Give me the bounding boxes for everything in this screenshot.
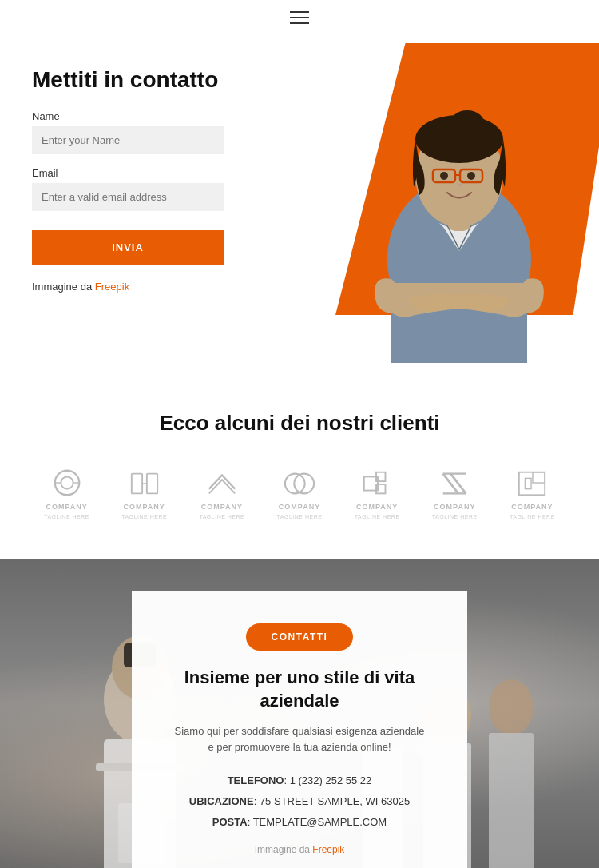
contatti-button[interactable]: CONTATTI [246, 623, 354, 651]
logo-icon-1 [48, 468, 86, 500]
email-label: POSTA [212, 816, 248, 828]
location-line: UBICAZIONE: 75 STREET SAMPLE, WI 63025 [172, 791, 427, 812]
woman-illustration [311, 35, 599, 363]
logo-text-4: COMPANY [279, 503, 320, 511]
logo-text-5: COMPANY [356, 503, 398, 511]
email-line: POSTA: TEMPLATE@SAMPLE.COM [172, 812, 427, 833]
name-input[interactable] [32, 126, 224, 154]
logo-text-2: COMPANY [124, 503, 165, 511]
logo-sub-4: TAGLINE HERE [277, 514, 323, 520]
svg-point-11 [61, 476, 73, 488]
svg-rect-26 [519, 472, 545, 496]
logo-text-3: COMPANY [201, 503, 243, 511]
clients-section: Ecco alcuni dei nostri clienti COMPANY T… [0, 371, 599, 559]
email-value: TEMPLATE@SAMPLE.COM [253, 816, 387, 828]
client-logo-1: COMPANY TAGLINE HERE [44, 468, 89, 520]
svg-line-23 [451, 474, 466, 494]
client-logo-3: COMPANY TAGLINE HERE [199, 468, 244, 520]
hero-image-area [280, 35, 599, 371]
client-logo-2: COMPANY TAGLINE HERE [121, 468, 167, 520]
clients-logos-container: COMPANY TAGLINE HERE COMPANY TAGLINE HER… [32, 468, 567, 520]
logo-text-6: COMPANY [434, 503, 475, 511]
phone-value: 1 (232) 252 55 22 [290, 774, 372, 786]
svg-point-36 [489, 679, 534, 735]
client-logo-6: COMPANY TAGLINE HERE [432, 468, 478, 520]
logo-icon-4 [280, 468, 319, 500]
header [0, 0, 599, 35]
logo-text-7: COMPANY [511, 503, 553, 511]
contact-info: TELEFONO: 1 (232) 252 55 22 UBICAZIONE: … [172, 770, 427, 833]
client-logo-7: COMPANY TAGLINE HERE [510, 468, 555, 520]
menu-icon[interactable] [290, 11, 309, 24]
svg-rect-28 [533, 472, 545, 483]
logo-text-1: COMPANY [46, 503, 87, 511]
freepik-link[interactable]: Freepik [95, 281, 129, 293]
logo-sub-3: TAGLINE HERE [199, 514, 244, 520]
logo-icon-2 [125, 468, 164, 500]
client-logo-5: COMPANY TAGLINE HERE [355, 468, 400, 520]
svg-rect-14 [132, 474, 142, 494]
svg-rect-15 [147, 474, 157, 494]
cta-image-credit: Immagine da Freepik [172, 844, 427, 855]
logo-icon-7 [513, 468, 551, 500]
logo-sub-2: TAGLINE HERE [121, 514, 167, 520]
email-input[interactable] [32, 183, 224, 211]
svg-point-4 [450, 110, 485, 139]
cta-section: CONTATTI Insieme per uno stile di vita a… [0, 559, 599, 868]
cta-freepik-link[interactable]: Freepik [312, 844, 344, 855]
cta-description: Siamo qui per soddisfare qualsiasi esige… [172, 723, 427, 755]
phone-label: TELEFONO [228, 774, 284, 786]
logo-sub-7: TAGLINE HERE [510, 514, 555, 520]
svg-rect-27 [526, 478, 532, 488]
logo-icon-6 [435, 468, 474, 500]
logo-icon-3 [203, 468, 241, 500]
cta-title: Insieme per uno stile di vita aziendale [172, 667, 427, 712]
logo-sub-1: TAGLINE HERE [44, 514, 89, 520]
svg-rect-37 [489, 733, 534, 868]
hero-section: Mettiti in contatto Name Email INVIA Imm… [0, 35, 599, 371]
svg-point-8 [440, 172, 448, 180]
logo-icon-5 [358, 468, 396, 500]
location-label: UBICAZIONE [189, 795, 254, 807]
submit-button[interactable]: INVIA [32, 230, 224, 265]
logo-sub-5: TAGLINE HERE [355, 514, 400, 520]
svg-line-22 [443, 474, 458, 494]
cta-card: CONTATTI Insieme per uno stile di vita a… [132, 591, 467, 868]
client-logo-4: COMPANY TAGLINE HERE [277, 468, 323, 520]
location-value: 75 STREET SAMPLE, WI 63025 [260, 795, 410, 807]
logo-sub-6: TAGLINE HERE [432, 514, 478, 520]
svg-point-9 [467, 172, 475, 180]
clients-title: Ecco alcuni dei nostri clienti [32, 411, 567, 436]
phone-line: TELEFONO: 1 (232) 252 55 22 [172, 770, 427, 791]
